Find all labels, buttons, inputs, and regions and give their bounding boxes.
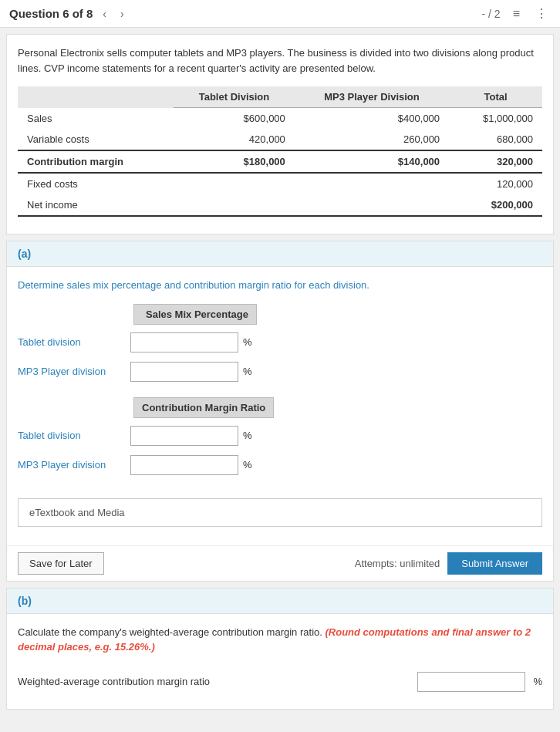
submit-answer-button[interactable]: Submit Answer bbox=[447, 552, 542, 575]
wavg-label: Weighted-average contribution margin rat… bbox=[18, 676, 410, 687]
sales-mix-tablet-pct: % bbox=[243, 336, 252, 348]
header-left: Question 6 of 8 ‹ › bbox=[9, 6, 128, 22]
save-for-later-button[interactable]: Save for Later bbox=[18, 552, 104, 575]
next-question-button[interactable]: › bbox=[116, 6, 128, 22]
etextbook-media-box: eTextbook and Media bbox=[18, 498, 542, 527]
netincome-total: $200,000 bbox=[449, 194, 542, 216]
col-tablet: Tablet Division bbox=[174, 86, 295, 108]
cm-ratio-tablet-label: Tablet division bbox=[18, 430, 126, 441]
table-row: Fixed costs 120,000 bbox=[18, 173, 542, 194]
score-display: - / 2 bbox=[482, 8, 501, 20]
financial-table: Tablet Division MP3 Player Division Tota… bbox=[18, 86, 542, 217]
cm-ratio-mp3-input[interactable] bbox=[130, 455, 238, 475]
wavg-pct-sign: % bbox=[533, 676, 542, 687]
page-header: Question 6 of 8 ‹ › - / 2 ≡ ⋮ bbox=[0, 0, 560, 28]
sales-mix-header: Sales Mix Percentage bbox=[133, 304, 257, 325]
row-label-varcosts: Variable costs bbox=[18, 129, 174, 150]
header-right: - / 2 ≡ ⋮ bbox=[482, 5, 551, 22]
sales-mix-mp3-label: MP3 Player division bbox=[18, 366, 126, 377]
section-b-body: Calculate the company's weighted-average… bbox=[7, 614, 553, 709]
row-label-cm: Contribution margin bbox=[18, 150, 174, 173]
table-row: Sales $600,000 $400,000 $1,000,000 bbox=[18, 108, 542, 130]
varcosts-mp3: 260,000 bbox=[295, 129, 449, 150]
cm-ratio-mp3-label: MP3 Player division bbox=[18, 459, 126, 471]
cm-tablet: $180,000 bbox=[174, 150, 295, 173]
sales-mix-mp3-input[interactable] bbox=[130, 362, 238, 382]
cm-ratio-tablet-pct: % bbox=[243, 430, 252, 441]
cm-mp3: $140,000 bbox=[295, 150, 449, 173]
cm-ratio-header: Contribution Margin Ratio bbox=[133, 397, 274, 418]
sales-mix-mp3-row: MP3 Player division % bbox=[18, 357, 542, 386]
sales-mix-mp3-pct: % bbox=[243, 366, 252, 377]
section-a-footer: Save for Later Attempts: unlimited Submi… bbox=[7, 545, 553, 581]
section-a-body: Determine sales mix percentage and contr… bbox=[7, 267, 553, 545]
table-row-net: Net income $200,000 bbox=[18, 194, 542, 216]
netincome-tablet bbox=[174, 194, 295, 216]
fixedcosts-total: 120,000 bbox=[449, 173, 542, 194]
section-b-label: (b) bbox=[18, 595, 32, 607]
sales-mix-tablet-row: Tablet division % bbox=[18, 328, 542, 357]
sales-mix-section: Sales Mix Percentage Tablet division % M… bbox=[18, 304, 542, 386]
section-a-panel: (a) Determine sales mix percentage and c… bbox=[6, 241, 554, 582]
cm-ratio-tablet-row: Tablet division % bbox=[18, 421, 542, 450]
sales-mp3: $400,000 bbox=[295, 108, 449, 130]
question-label: Question 6 of 8 bbox=[9, 7, 93, 20]
list-icon-button[interactable]: ≡ bbox=[510, 5, 523, 22]
section-a-header: (a) bbox=[7, 241, 553, 267]
table-row-cm: Contribution margin $180,000 $140,000 32… bbox=[18, 150, 542, 173]
prev-question-button[interactable]: ‹ bbox=[99, 6, 110, 22]
netincome-mp3 bbox=[295, 194, 449, 216]
cm-ratio-section: Contribution Margin Ratio Tablet divisio… bbox=[18, 397, 542, 480]
section-b-instruction: Calculate the company's weighted-average… bbox=[18, 625, 542, 655]
sales-tablet: $600,000 bbox=[174, 108, 295, 130]
col-mp3: MP3 Player Division bbox=[295, 86, 449, 108]
section-b-header: (b) bbox=[7, 589, 553, 614]
row-label-netincome: Net income bbox=[18, 194, 174, 216]
cm-total: 320,000 bbox=[449, 150, 542, 173]
etextbook-label: eTextbook and Media bbox=[29, 507, 125, 518]
section-a-instruction: Determine sales mix percentage and contr… bbox=[18, 278, 542, 293]
attempts-label: Attempts: unlimited bbox=[355, 558, 440, 569]
problem-statement-area: Personal Electronix sells computer table… bbox=[6, 34, 554, 234]
fixedcosts-tablet bbox=[174, 173, 295, 194]
section-a-label: (a) bbox=[18, 248, 31, 260]
cm-ratio-tablet-input[interactable] bbox=[130, 426, 238, 446]
wavg-input[interactable] bbox=[417, 672, 525, 692]
col-total: Total bbox=[449, 86, 542, 108]
varcosts-total: 680,000 bbox=[449, 129, 542, 150]
wavg-row: Weighted-average contribution margin rat… bbox=[18, 666, 542, 698]
sales-mix-tablet-label: Tablet division bbox=[18, 336, 126, 348]
intro-text: Personal Electronix sells computer table… bbox=[18, 46, 542, 76]
cm-ratio-mp3-row: MP3 Player division % bbox=[18, 450, 542, 480]
sales-mix-tablet-input[interactable] bbox=[130, 332, 238, 353]
row-label-sales: Sales bbox=[18, 108, 174, 130]
row-label-fixedcosts: Fixed costs bbox=[18, 173, 174, 194]
sales-total: $1,000,000 bbox=[449, 108, 542, 130]
section-b-panel: (b) Calculate the company's weighted-ave… bbox=[6, 588, 554, 710]
fixedcosts-mp3 bbox=[295, 173, 449, 194]
varcosts-tablet: 420,000 bbox=[174, 129, 295, 150]
more-options-button[interactable]: ⋮ bbox=[532, 5, 551, 22]
cm-ratio-mp3-pct: % bbox=[243, 459, 252, 471]
section-b-plain-text: Calculate the company's weighted-average… bbox=[18, 626, 322, 638]
table-row: Variable costs 420,000 260,000 680,000 bbox=[18, 129, 542, 150]
footer-right: Attempts: unlimited Submit Answer bbox=[355, 552, 542, 575]
